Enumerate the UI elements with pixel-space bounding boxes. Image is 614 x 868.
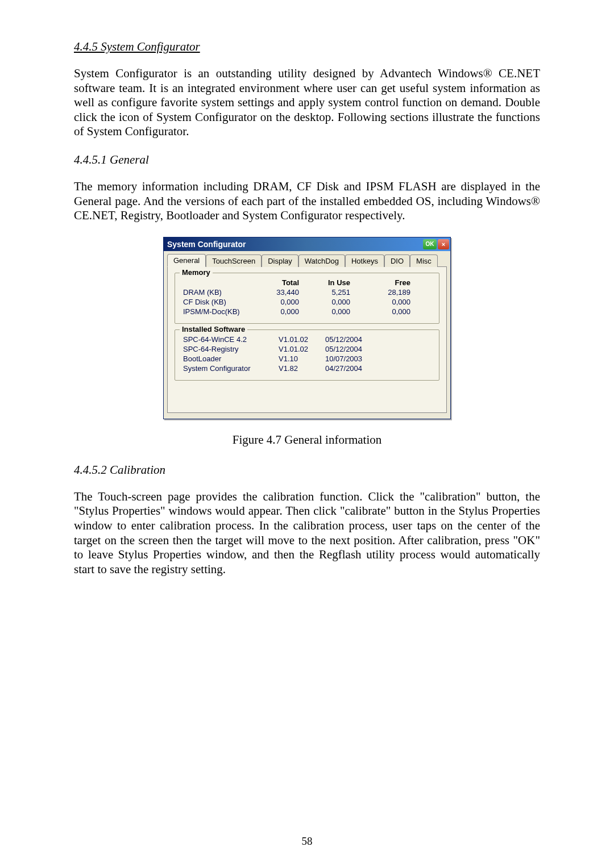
software-version: V1.01.02 [279,335,325,344]
table-row: CF Disk (KB) 0,000 0,000 0,000 [183,297,431,307]
software-legend: Installed Software [180,325,247,333]
memory-header-inuse: In Use [308,278,359,287]
memory-row-free: 0,000 [359,298,410,306]
tab-display[interactable]: Display [262,254,298,267]
memory-row-label: CF Disk (KB) [183,298,257,306]
paragraph-4-4-5-1: The memory information including DRAM, C… [74,180,540,223]
memory-row-total: 33,440 [257,288,308,297]
paragraph-4-4-5-2: The Touch-screen page provides the calib… [74,490,540,577]
memory-table: Total In Use Free DRAM (KB) 33,440 5,251… [183,278,431,316]
software-name: BootLoader [183,354,279,363]
tab-hotkeys[interactable]: Hotkeys [345,254,384,267]
software-version: V1.82 [279,364,325,373]
memory-header-row: Total In Use Free [183,278,431,287]
memory-header-blank [183,278,257,287]
dialog-titlebar: System Configurator OK × [164,237,450,251]
software-version: V1.01.02 [279,345,325,353]
memory-row-free: 0,000 [359,307,410,316]
table-row: SPC-64-Registry V1.01.02 05/12/2004 [183,344,431,354]
memory-header-total: Total [257,278,308,287]
heading-4-4-5-2: 4.4.5.2 Calibration [74,463,540,477]
memory-group: Memory Total In Use Free DRAM (KB) 33,44… [175,273,439,324]
software-date: 10/07/2003 [325,354,382,363]
software-version: V1.10 [279,354,325,363]
memory-row-free: 28,189 [359,288,410,297]
tab-general[interactable]: General [167,254,206,267]
tab-dio[interactable]: DIO [384,254,410,267]
software-group: Installed Software SPC-64-WinCE 4.2 V1.0… [175,329,439,381]
software-name: System Configurator [183,364,279,373]
memory-row-label: IPSM/M-Doc(KB) [183,307,257,316]
software-date: 05/12/2004 [325,345,382,353]
paragraph-4-4-5: System Configurator is an outstanding ut… [74,66,540,139]
heading-4-4-5-1: 4.4.5.1 General [74,153,540,167]
tab-panel-general: Memory Total In Use Free DRAM (KB) 33,44… [167,266,447,413]
software-name: SPC-64-Registry [183,345,279,353]
page-number: 58 [0,835,614,848]
table-row: SPC-64-WinCE 4.2 V1.01.02 05/12/2004 [183,335,431,344]
memory-row-inuse: 5,251 [308,288,359,297]
memory-legend: Memory [180,268,213,277]
table-row: BootLoader V1.10 10/07/2003 [183,354,431,364]
software-name: SPC-64-WinCE 4.2 [183,335,279,344]
memory-header-free: Free [359,278,410,287]
table-row: IPSM/M-Doc(KB) 0,000 0,000 0,000 [183,307,431,316]
memory-row-total: 0,000 [257,307,308,316]
software-date: 05/12/2004 [325,335,382,344]
tab-watchdog[interactable]: WatchDog [298,254,345,267]
ok-button[interactable]: OK [423,239,437,249]
tab-bar: General TouchScreen Display WatchDog Hot… [167,253,447,266]
figure-caption: Figure 4.7 General information [74,433,540,447]
memory-row-total: 0,000 [257,298,308,306]
table-row: System Configurator V1.82 04/27/2004 [183,364,431,373]
memory-row-inuse: 0,000 [308,298,359,306]
table-row: DRAM (KB) 33,440 5,251 28,189 [183,287,431,297]
memory-row-label: DRAM (KB) [183,288,257,297]
tab-misc[interactable]: Misc [410,254,438,267]
tab-touchscreen[interactable]: TouchScreen [206,254,262,267]
dialog-body: General TouchScreen Display WatchDog Hot… [164,251,450,419]
memory-row-inuse: 0,000 [308,307,359,316]
close-button[interactable]: × [438,239,449,249]
dialog-title: System Configurator [167,240,246,249]
figure-wrapper: System Configurator OK × General TouchSc… [74,237,540,419]
system-configurator-dialog: System Configurator OK × General TouchSc… [163,237,451,419]
heading-4-4-5: 4.4.5 System Configurator [74,40,540,54]
software-date: 04/27/2004 [325,364,382,373]
document-page: 4.4.5 System Configurator System Configu… [0,0,614,868]
